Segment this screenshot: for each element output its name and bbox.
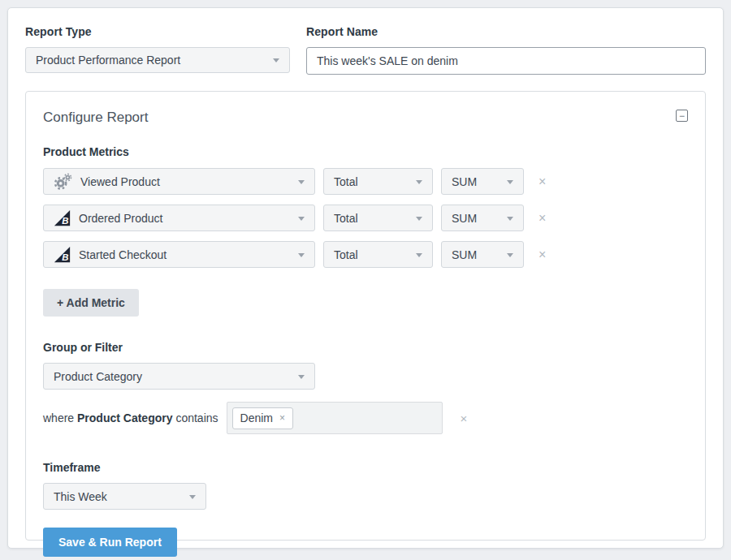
- measurement-select[interactable]: Total: [323, 241, 433, 268]
- group-or-filter-select[interactable]: Product Category: [43, 363, 315, 390]
- measurement-select[interactable]: Total: [323, 205, 433, 231]
- timeframe-label: Timeframe: [43, 461, 688, 474]
- metric-value: Ordered Product: [79, 212, 163, 225]
- gears-icon: [54, 173, 72, 190]
- aggregation-value: SUM: [452, 212, 477, 225]
- chevron-down-icon: [507, 217, 513, 221]
- chevron-down-icon: [189, 495, 196, 499]
- remove-filter-icon[interactable]: ×: [461, 412, 468, 424]
- aggregation-select[interactable]: SUM: [441, 241, 524, 268]
- chevron-down-icon: [298, 253, 305, 257]
- report-type-select[interactable]: Product Performance Report: [25, 47, 290, 73]
- top-fields-row: Report Type Product Performance Report R…: [25, 25, 706, 75]
- aggregation-select[interactable]: SUM: [441, 168, 524, 195]
- metric-row: Viewed Product Total SUM ×: [43, 168, 688, 195]
- filter-value-chip: Denim ×: [232, 407, 293, 429]
- measurement-value: Total: [334, 248, 358, 261]
- remove-chip-icon[interactable]: ×: [279, 413, 285, 423]
- measurement-select[interactable]: Total: [323, 168, 433, 195]
- report-name-label: Report Name: [306, 25, 706, 38]
- chevron-down-icon: [298, 180, 305, 184]
- report-name-input[interactable]: [306, 47, 706, 75]
- configure-report-header: Configure Report −: [43, 108, 688, 126]
- metric-select[interactable]: Viewed Product: [43, 168, 315, 195]
- metric-select[interactable]: B Ordered Product: [43, 205, 315, 231]
- metric-value: Viewed Product: [80, 175, 160, 188]
- metric-select[interactable]: B Started Checkout: [43, 241, 315, 268]
- measurement-value: Total: [334, 212, 358, 225]
- report-builder-card: Report Type Product Performance Report R…: [7, 7, 724, 549]
- svg-text:B: B: [62, 252, 68, 262]
- group-or-filter-label: Group or Filter: [43, 341, 688, 354]
- timeframe-value: This Week: [54, 490, 107, 503]
- chevron-down-icon: [273, 58, 279, 62]
- condition-field: Product Category: [77, 411, 172, 424]
- report-type-label: Report Type: [25, 25, 290, 38]
- bigcommerce-icon: B: [54, 209, 71, 226]
- report-type-value: Product Performance Report: [36, 54, 180, 67]
- chevron-down-icon: [416, 253, 422, 257]
- measurement-value: Total: [334, 175, 358, 188]
- filter-condition-row: where Product Category contains Denim × …: [43, 402, 688, 434]
- product-metrics-label: Product Metrics: [43, 145, 688, 158]
- bigcommerce-icon: B: [54, 246, 71, 263]
- metric-value: Started Checkout: [79, 248, 167, 261]
- save-run-report-button[interactable]: Save & Run Report: [43, 528, 177, 557]
- chevron-down-icon: [416, 217, 422, 221]
- add-metric-button[interactable]: + Add Metric: [43, 289, 139, 317]
- chevron-down-icon: [416, 180, 422, 184]
- remove-metric-icon[interactable]: ×: [539, 212, 546, 225]
- aggregation-value: SUM: [452, 248, 477, 261]
- configure-report-panel: Configure Report − Product Metrics Viewe: [25, 91, 706, 541]
- remove-metric-icon[interactable]: ×: [539, 248, 546, 261]
- chevron-down-icon: [507, 180, 513, 184]
- filter-values-input[interactable]: Denim ×: [227, 402, 443, 434]
- metric-row: B Ordered Product Total SUM ×: [43, 205, 688, 231]
- group-or-filter-value: Product Category: [54, 370, 142, 383]
- timeframe-select[interactable]: This Week: [43, 483, 206, 510]
- metric-row: B Started Checkout Total SUM ×: [43, 241, 688, 268]
- collapse-panel-icon[interactable]: −: [676, 110, 688, 122]
- report-type-field: Report Type Product Performance Report: [25, 25, 290, 75]
- chevron-down-icon: [298, 217, 305, 221]
- aggregation-select[interactable]: SUM: [441, 205, 524, 231]
- aggregation-value: SUM: [452, 175, 477, 188]
- chip-label: Denim: [240, 411, 273, 424]
- condition-prefix: where: [43, 411, 77, 424]
- svg-text:B: B: [62, 216, 68, 226]
- report-name-field: Report Name: [306, 25, 706, 75]
- remove-metric-icon[interactable]: ×: [539, 175, 546, 188]
- chevron-down-icon: [298, 375, 305, 379]
- condition-operator: contains: [173, 411, 218, 424]
- configure-report-title: Configure Report: [43, 108, 148, 126]
- chevron-down-icon: [507, 253, 513, 257]
